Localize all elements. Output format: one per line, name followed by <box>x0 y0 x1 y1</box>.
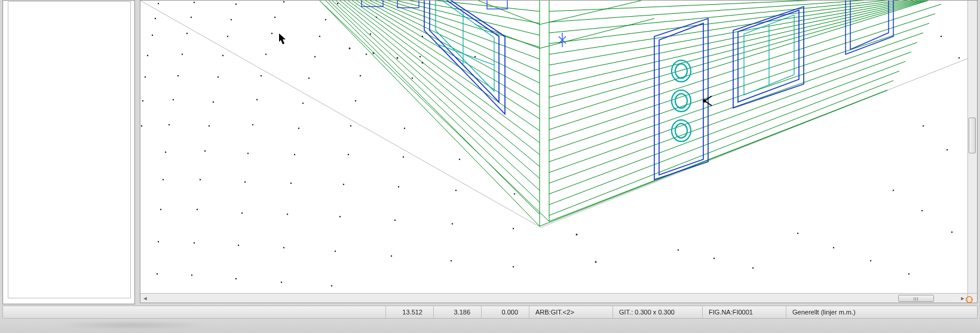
svg-point-46 <box>165 152 166 153</box>
svg-line-112 <box>326 1 540 190</box>
svg-point-26 <box>145 76 146 78</box>
svg-point-4 <box>337 3 338 4</box>
viewport-3d[interactable] <box>140 1 967 293</box>
svg-line-135 <box>549 14 935 140</box>
svg-point-88 <box>947 149 948 150</box>
svg-point-7 <box>231 19 232 20</box>
svg-point-92 <box>951 232 953 233</box>
svg-point-53 <box>163 179 164 180</box>
svg-point-19 <box>182 54 183 55</box>
svg-point-3 <box>283 1 284 2</box>
svg-point-55 <box>244 181 246 183</box>
svg-point-68 <box>513 228 514 229</box>
svg-point-41 <box>209 125 210 127</box>
svg-point-72 <box>238 245 239 246</box>
status-coord-y: 3.186 <box>433 306 481 318</box>
scroll-left-arrow-icon[interactable]: ◄ <box>140 294 150 303</box>
svg-point-2 <box>235 4 237 5</box>
svg-point-62 <box>197 209 198 210</box>
scrollbar-horizontal[interactable]: ◄ ► <box>140 293 967 303</box>
svg-point-74 <box>335 251 336 252</box>
svg-point-64 <box>287 214 288 215</box>
status-git: GIT.: 0.300 x 0.300 <box>612 306 702 318</box>
svg-point-83 <box>331 285 332 286</box>
svg-point-12 <box>186 33 188 34</box>
scrollbar-h-thumb[interactable] <box>898 295 934 302</box>
svg-line-130 <box>549 61 905 194</box>
window-left <box>424 1 505 114</box>
svg-line-117 <box>344 1 540 131</box>
scrollbar-corner <box>967 293 977 303</box>
svg-point-48 <box>247 153 249 154</box>
svg-point-63 <box>241 212 243 214</box>
svg-point-78 <box>595 261 597 263</box>
svg-point-18 <box>147 55 148 56</box>
scrollbar-h-track[interactable] <box>150 294 958 303</box>
svg-line-115 <box>336 1 540 155</box>
svg-point-22 <box>314 56 316 57</box>
svg-point-25 <box>474 56 476 57</box>
svg-point-51 <box>403 156 404 158</box>
svg-line-123 <box>365 1 540 59</box>
svg-point-97 <box>678 249 679 251</box>
svg-point-82 <box>281 282 282 283</box>
status-spacer <box>3 306 385 318</box>
svg-point-5 <box>155 18 156 19</box>
svg-point-161 <box>675 94 687 108</box>
svg-point-85 <box>958 57 960 58</box>
svg-point-45 <box>404 128 405 129</box>
svg-marker-167 <box>738 10 799 102</box>
svg-point-71 <box>194 242 195 243</box>
svg-line-107 <box>320 1 549 221</box>
status-mode: Generellt (linjer m.m.) <box>786 306 977 318</box>
svg-point-36 <box>256 99 258 100</box>
svg-line-129 <box>549 71 899 205</box>
svg-point-84 <box>941 36 942 37</box>
svg-point-32 <box>412 78 413 79</box>
svg-point-20 <box>222 55 223 56</box>
svg-point-24 <box>419 56 421 57</box>
svg-point-1 <box>194 2 195 3</box>
svg-point-49 <box>294 154 295 155</box>
svg-point-6 <box>191 17 192 18</box>
status-bar: 13.512 3.186 0.000 ARB:GIT.<2> GIT.: 0.3… <box>2 306 978 319</box>
scrollbar-vertical[interactable] <box>967 1 977 293</box>
svg-line-136 <box>549 4 941 130</box>
svg-point-13 <box>227 36 228 37</box>
svg-point-43 <box>298 128 299 129</box>
svg-point-35 <box>213 101 214 103</box>
svg-point-98 <box>713 258 715 259</box>
window-shadow-strip <box>0 319 980 333</box>
side-panel-inner <box>8 1 131 298</box>
svg-line-109 <box>549 90 887 221</box>
viewport-frame: ◄ ► <box>140 0 978 303</box>
origin-marker <box>559 33 566 47</box>
svg-point-37 <box>302 103 304 104</box>
svg-point-66 <box>394 220 396 221</box>
svg-point-65 <box>339 216 341 217</box>
svg-point-179 <box>971 299 972 300</box>
svg-point-73 <box>283 247 284 248</box>
svg-point-80 <box>191 275 192 276</box>
svg-point-9 <box>325 19 326 20</box>
svg-point-21 <box>265 54 267 55</box>
svg-point-67 <box>452 223 453 224</box>
svg-point-14 <box>271 33 272 34</box>
svg-point-70 <box>158 241 159 242</box>
ground-outline <box>140 1 967 227</box>
status-coord-z: 0.000 <box>481 306 529 318</box>
svg-point-87 <box>923 125 924 127</box>
side-panel <box>2 0 135 304</box>
svg-point-94 <box>833 247 834 248</box>
wireframe-scene <box>140 1 967 293</box>
svg-point-60 <box>514 193 515 195</box>
cursor-icon <box>279 33 286 44</box>
svg-point-52 <box>459 159 460 160</box>
status-arb: ARB:GIT.<2> <box>529 306 612 318</box>
scrollbar-v-thumb[interactable] <box>969 118 976 153</box>
app-root: ◄ ► 13.512 3.186 0.000 ARB:GIT.<2> GIT.:… <box>0 0 980 333</box>
svg-point-50 <box>348 154 349 155</box>
svg-point-93 <box>797 233 798 234</box>
house-walls <box>320 1 947 226</box>
svg-point-81 <box>235 278 237 279</box>
